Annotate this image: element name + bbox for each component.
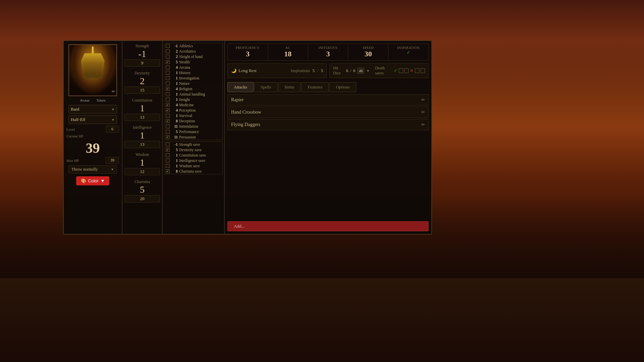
skill-row-arcana[interactable]: 4 Arcana (164, 65, 222, 70)
skill-row-athletics[interactable]: -1 Athletics (164, 43, 222, 49)
save-row-intelligence-save[interactable]: 1 Intelligence save (164, 158, 222, 163)
skill-checkbox[interactable]: ✓ (166, 60, 170, 64)
skill-value: 5 (171, 60, 178, 64)
skill-row-deception[interactable]: ✓ 8 Deception (164, 118, 222, 124)
inspirations-sep: / (317, 68, 318, 73)
attack-edit-icon[interactable]: ✏ (421, 122, 425, 127)
skill-checkbox[interactable] (166, 130, 170, 134)
current-hp-display[interactable]: 39 (86, 140, 100, 156)
inspirations-bar: Inspirations 5 / 5 (291, 68, 323, 73)
skill-checkbox[interactable] (166, 44, 170, 48)
skill-checkbox[interactable] (166, 114, 170, 118)
skill-row-perception[interactable]: ✓ 4 Perception (164, 108, 222, 113)
skill-row-stealth[interactable]: ✓ 5 Stealth (164, 59, 222, 65)
death-success-box-1[interactable] (399, 68, 403, 73)
skill-row-nature[interactable]: 1 Nature (164, 81, 222, 86)
skill-checkbox[interactable]: ✓ (166, 87, 170, 91)
skill-row-sleight-of-hand[interactable]: 2 Sleight of hand (164, 54, 222, 59)
tab-spells[interactable]: Spells (254, 82, 278, 92)
charisma-score[interactable]: 20 (124, 195, 160, 202)
save-checkbox[interactable] (166, 164, 170, 168)
skill-row-insight[interactable]: 1 Insight (164, 97, 222, 102)
death-success-box-2[interactable] (405, 68, 409, 73)
tabs-bar: AttacksSpellsItemsFeaturesOptions (227, 82, 429, 92)
save-name: Intelligence save (179, 159, 205, 163)
speed-label: Speed (350, 46, 387, 50)
intelligence-score[interactable]: 13 (124, 141, 160, 148)
skill-checkbox[interactable] (166, 92, 170, 96)
avatar-edit-icon[interactable]: ✏ (112, 89, 115, 94)
save-row-wisdom-save[interactable]: 1 Wisdom save (164, 163, 222, 169)
skill-row-performance[interactable]: 5 Performance (164, 129, 222, 134)
level-value[interactable]: 6 (106, 126, 119, 133)
throw-button[interactable]: Throw normally ▼ (68, 165, 117, 174)
dexterity-label: Dexterity (124, 71, 160, 76)
skill-value: 2 (171, 55, 178, 59)
tab-features[interactable]: Features (301, 82, 329, 92)
skill-checkbox[interactable] (166, 55, 170, 59)
skill-checkbox[interactable] (166, 98, 170, 102)
inspiration-label: Inspiration (390, 46, 427, 50)
dexterity-score[interactable]: 15 (124, 86, 160, 94)
skill-row-survival[interactable]: 1 Survival (164, 113, 222, 118)
save-row-strength-save[interactable]: -1 Strength save (164, 142, 222, 147)
skill-checkbox[interactable]: ✓ (166, 135, 170, 139)
dexterity-block: Dexterity 2 15 (124, 71, 160, 94)
save-row-constitution-save[interactable]: 1 Constitution save (164, 153, 222, 158)
skill-row-history[interactable]: 1 History (164, 70, 222, 75)
long-rest-button[interactable]: 🌙 Long Rest (231, 68, 257, 73)
strength-score[interactable]: 9 (124, 59, 160, 67)
attack-row-hand-crossbow[interactable]: Hand Crossbow ✏ (227, 107, 429, 118)
add-attack-button[interactable]: Add... (227, 221, 429, 231)
skill-row-intimidation[interactable]: 11 Intimidation (164, 124, 222, 129)
hit-dice-max: 6 (353, 68, 355, 73)
dice-type-select[interactable]: d8 (357, 68, 364, 74)
wisdom-score[interactable]: 12 (124, 168, 160, 175)
inspiration-check-icon[interactable]: ✓ (390, 50, 427, 55)
skill-row-investigation[interactable]: 1 Investigation (164, 75, 222, 81)
skill-row-animal-handling[interactable]: 1 Animal handling (164, 92, 222, 97)
skill-checkbox[interactable]: ✓ (166, 108, 170, 112)
attack-edit-icon[interactable]: ✏ (421, 97, 425, 103)
skill-name: History (179, 71, 191, 75)
death-failure-box-1[interactable] (415, 68, 419, 73)
save-checkbox[interactable]: ✓ (166, 169, 170, 173)
attack-edit-icon[interactable]: ✏ (421, 110, 425, 115)
attack-row-rapier[interactable]: Rapier ✏ (227, 94, 429, 106)
level-row: Level 6 (66, 126, 119, 133)
save-checkbox[interactable]: ✓ (166, 148, 170, 152)
skill-checkbox[interactable] (166, 124, 170, 128)
tab-attacks[interactable]: Attacks (227, 82, 254, 92)
tab-items[interactable]: Items (278, 82, 301, 92)
race-select[interactable]: Half-Elf ▼ (68, 115, 117, 124)
skill-row-medicine[interactable]: ✓ 4 Medicine (164, 102, 222, 108)
class-select[interactable]: Bard ▼ (68, 105, 117, 114)
save-row-charisma-save[interactable]: ✓ 8 Charisma save (164, 169, 222, 174)
skill-name: Athletics (179, 44, 193, 48)
max-hp-value[interactable]: 39 (106, 157, 119, 164)
save-checkbox[interactable] (166, 153, 170, 157)
skill-checkbox[interactable]: ✓ (166, 103, 170, 107)
save-checkbox[interactable] (166, 159, 170, 163)
skill-row-acrobatics[interactable]: 2 Acrobatics (164, 49, 222, 54)
death-failure-box-2[interactable] (421, 68, 425, 73)
color-button[interactable]: 🎨 Color ▼ (76, 176, 110, 185)
character-column: ✏ Avatar Token Bard ▼ Half-Elf ▼ Level 6… (64, 41, 122, 234)
skill-checkbox[interactable] (166, 65, 170, 69)
save-name: Constitution save (179, 153, 206, 157)
constitution-score[interactable]: 13 (124, 114, 160, 121)
class-value: Bard (71, 107, 79, 112)
attack-row-flying-daggers[interactable]: Flying Daggers ✏ (227, 119, 429, 130)
skill-row-religion[interactable]: ✓ 4 Religion (164, 86, 222, 92)
skill-checkbox[interactable] (166, 71, 170, 75)
save-row-dexterity-save[interactable]: ✓ 5 Dexterity save (164, 147, 222, 153)
save-checkbox[interactable] (166, 142, 170, 146)
skill-value: 1 (171, 98, 178, 102)
skill-checkbox[interactable] (166, 81, 170, 85)
tab-options[interactable]: Options (329, 82, 356, 92)
skill-checkbox[interactable] (166, 76, 170, 80)
skill-value: 4 (171, 103, 178, 107)
skill-checkbox[interactable] (166, 49, 170, 53)
skill-row-persuasion[interactable]: ✓ 11 Persuasion (164, 134, 222, 140)
skill-checkbox[interactable]: ✓ (166, 119, 170, 123)
